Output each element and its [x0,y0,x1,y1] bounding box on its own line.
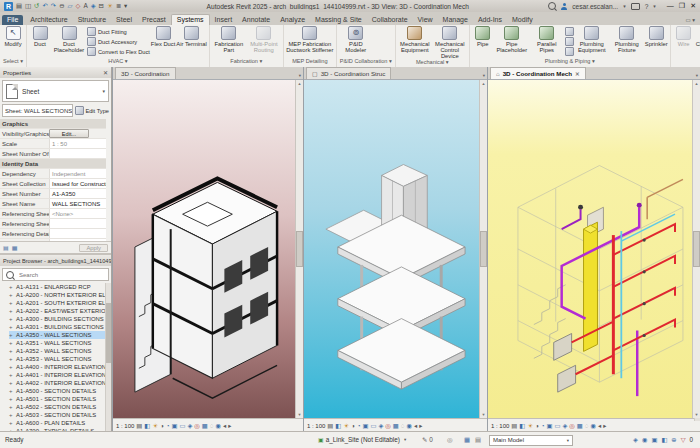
temporary-view-properties-icon[interactable]: ◌ [210,422,214,429]
crop-view-icon[interactable]: ▣ [363,422,369,429]
select-underlay-toggle-icon[interactable]: ◉ [642,436,648,443]
flex-duct-button[interactable]: Flex Duct [151,26,175,47]
drag-on-selection-toggle-icon[interactable]: ⊕ [671,436,676,443]
panel-label-mechanical[interactable]: Mechanical ▾ [396,59,469,67]
sheet-item[interactable]: + A1-A301 - BUILDING SECTIONS [9,323,111,331]
ribbon-tab[interactable]: Manage [438,15,473,25]
measure-icon[interactable]: ⊖ [59,3,64,9]
visual-style-icon[interactable]: ◧ [144,422,150,429]
duct-placeholder-button[interactable]: Duct Placeholder [52,26,86,53]
aligned-dimension-icon[interactable]: ▱ [68,3,73,9]
expand-icon[interactable]: + [9,372,14,378]
pipe-placeholder-button[interactable]: Pipe Placeholder [495,26,529,53]
worksharing-display-icon[interactable]: ▦ [577,422,583,429]
plumbing-fixture-button[interactable]: Plumbing Fixture [610,26,644,53]
editable-only-toggle[interactable]: ✎ 0 [422,436,433,444]
sheet-item[interactable]: + A1-A401 - INTERIOR ELEVATIONS [9,371,111,379]
tag-by-category-icon[interactable]: ◇ [75,3,80,9]
ribbon-tab[interactable]: Add-Ins [473,15,507,25]
ribbon-tab[interactable]: Structure [73,15,111,25]
minimize-button[interactable]: — [667,2,674,10]
crop-view-icon[interactable]: ▣ [172,422,178,429]
browser-scrollbar[interactable] [105,283,111,432]
crop-region-visible-icon[interactable]: ▭ [371,422,377,429]
pid-modeler-button[interactable]: ⊚ P&ID Modeler [339,26,373,53]
mechanical-equipment-button[interactable]: Mechanical Equipment [398,26,432,53]
restore-button[interactable]: ❐ [679,2,685,10]
browser-search[interactable] [2,268,109,281]
displacement-sets-icon[interactable]: ◉ [407,422,413,429]
sun-path-icon[interactable]: ☀ [527,422,533,429]
ribbon-tab[interactable]: Architecture [25,15,72,25]
filter-count[interactable]: 0 [689,436,693,443]
section-icon[interactable]: ⊟ [99,3,104,9]
text-icon[interactable]: A [83,3,87,9]
redo-icon[interactable]: ↷ [51,3,56,9]
pipe-button[interactable]: Pipe [472,26,494,47]
expand-icon[interactable]: + [9,340,14,346]
detail-level-icon[interactable]: ▤ [511,422,517,429]
expand-icon[interactable]: + [9,356,14,362]
filter-icon[interactable]: ▽ [681,436,686,443]
expand-icon[interactable]: + [9,348,14,354]
worksets-dialog-icon[interactable]: ▦ [464,436,470,444]
close-icon[interactable]: ✕ [103,69,108,76]
ribbon-tab[interactable]: Steel [111,15,137,25]
pipe-accessory-button[interactable] [565,37,574,46]
revit-logo[interactable]: R [4,2,13,11]
detail-level-icon[interactable]: ▤ [327,422,333,429]
rendering-dialog-icon[interactable]: ◔ [541,422,545,429]
panel-label-plumbing[interactable]: Plumbing & Piping ▾ [470,58,670,67]
select-by-face-toggle-icon[interactable]: ◧ [661,436,667,443]
worksharing-status-icon[interactable]: ◎ [447,436,453,444]
scroll-left-icon[interactable]: ◂ [598,422,601,429]
tab-overflow-icon[interactable]: ▾ [694,73,700,79]
shadows-icon[interactable]: ◑ [535,422,539,429]
scale-button[interactable]: 1 : 100 [116,423,134,429]
expand-icon[interactable]: + [9,308,14,314]
panel-label-select[interactable]: Select ▾ [0,58,26,67]
account-icon[interactable] [561,3,567,9]
expand-icon[interactable]: + [9,284,14,290]
temporary-view-properties-icon[interactable]: ◌ [401,422,405,429]
sheet-item[interactable]: + A1-A503 - SECTION DETAILS [9,411,111,419]
scale-button[interactable]: 1 : 100 [491,423,509,429]
flex-pipe-button[interactable] [565,47,574,56]
sheet-item[interactable]: + A1-A400 - INTERIOR ELEVATIONS [9,363,111,371]
temporary-hide-isolate-icon[interactable]: ◈ [187,422,192,429]
ribbon-tab[interactable]: Systems [171,14,210,25]
duct-fitting-button[interactable]: Duct Fitting [87,27,150,36]
expand-icon[interactable]: + [9,300,14,306]
sync-with-central-icon[interactable]: ↺ [34,3,39,9]
search-input[interactable] [17,271,101,279]
expand-icon[interactable]: + [9,380,14,386]
close-tab-icon[interactable]: ✕ [575,71,580,77]
instance-combo[interactable]: Sheet: WALL SECTIONS ▾ [2,104,73,117]
sheet-item[interactable]: + A1-A131 - ENLARGED RCP [9,283,111,291]
temporary-view-properties-icon[interactable]: ◌ [585,422,589,429]
fabrication-part-button[interactable]: Fabrication Part [212,26,246,53]
sheet-item[interactable]: + A1-A300 - BUILDING SECTIONS [9,315,111,323]
worksharing-display-icon[interactable]: ▦ [393,422,399,429]
store-cart-icon[interactable] [631,3,640,10]
viewport-3d-coordination-struc[interactable]: ▲▼ [304,80,487,418]
scroll-right-icon[interactable]: ▸ [228,422,231,429]
search-icon[interactable] [548,2,556,10]
expand-icon[interactable]: + [9,412,14,418]
visual-style-icon[interactable]: ◧ [519,422,525,429]
viewport-3d-coordination[interactable]: ▲▼ [113,80,303,418]
cable-tray-button[interactable]: Cable Tray [696,26,700,47]
panel-label-electrical[interactable]: Electrical ▾ [671,58,700,67]
crop-region-visible-icon[interactable]: ▭ [555,422,561,429]
sheet-item[interactable]: + A1-A500 - SECTION DETAILS [9,387,111,395]
panel-label-pid[interactable]: P&ID Collaboration ▾ [337,58,395,67]
type-selector[interactable]: Sheet ▾ [2,80,109,102]
scroll-right-icon[interactable]: ▸ [419,422,422,429]
undo-icon[interactable]: ↶ [42,3,47,9]
view-tab-coordination-struc[interactable]: ▢ 3D - Coordination Struc [306,67,391,79]
expand-icon[interactable]: + [9,316,14,322]
reveal-hidden-elements-icon[interactable]: ◎ [569,422,575,429]
visual-style-icon[interactable]: ◧ [335,422,341,429]
displacement-sets-icon[interactable]: ◉ [216,422,222,429]
parallel-pipes-button[interactable]: Parallel Pipes [530,26,564,53]
